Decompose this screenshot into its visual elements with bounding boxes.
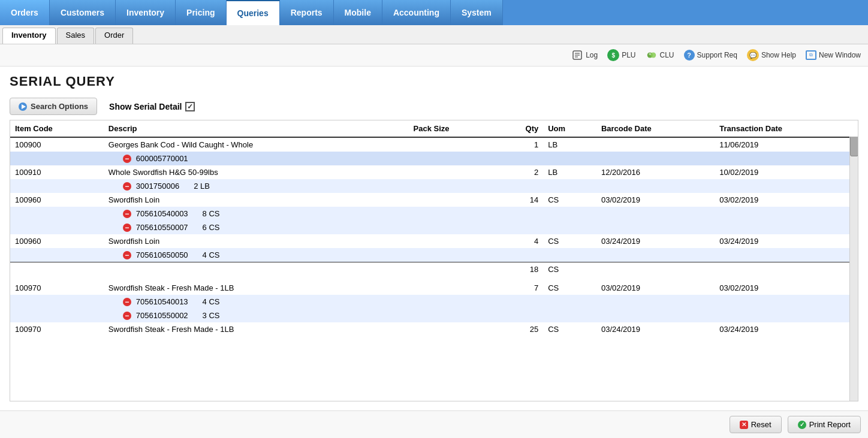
detail-qty: 8 CS: [203, 209, 220, 218]
barcode-value: 600005770001: [136, 154, 188, 163]
cell-descrip: Swordfish Loin: [104, 234, 409, 248]
minus-icon[interactable]: [123, 182, 131, 191]
detail-cell-filler: [499, 220, 858, 234]
cell-descrip: Whole Swordfish H&G 50-99lbs: [104, 165, 409, 179]
detail-row: 705610650050 4 CS: [10, 248, 858, 262]
minus-icon[interactable]: [123, 155, 131, 163]
cell-uom: LB: [543, 165, 596, 179]
detail-cell-filler: [499, 309, 858, 322]
table-row[interactable]: 100970Swordfish Steak - Fresh Made - 1LB…: [10, 322, 858, 336]
col-barcode-date: Barcode Date: [596, 120, 715, 137]
col-qty: Qty: [499, 120, 543, 137]
detail-cell-barcode: 705610650050 4 CS: [104, 248, 499, 262]
log-button[interactable]: Log: [571, 49, 598, 61]
minus-icon[interactable]: [123, 251, 131, 259]
table-row[interactable]: 100970Swordfish Steak - Fresh Made - 1LB…: [10, 281, 858, 295]
barcode-value: 705610550007: [136, 223, 188, 232]
play-icon: [19, 102, 27, 111]
minus-icon[interactable]: [123, 312, 131, 320]
table-row[interactable]: 100960Swordfish Loin14CS03/02/201903/02/…: [10, 193, 858, 207]
cell-barcode-date: 12/20/2016: [596, 165, 715, 179]
cell-qty: 14: [499, 193, 543, 207]
table-row[interactable]: 100910Whole Swordfish H&G 50-99lbs2LB12/…: [10, 165, 858, 179]
tab-queries[interactable]: Queries: [227, 0, 280, 25]
plu-button[interactable]: $ PLU: [607, 49, 635, 61]
cell-descrip: Swordfish Steak - Fresh Made - 1LB: [104, 322, 409, 336]
tab-inventory-second[interactable]: Inventory: [2, 28, 56, 44]
cell-descrip: Swordfish Steak - Fresh Made - 1LB: [104, 281, 409, 295]
cell-uom: CS: [543, 234, 596, 248]
table-row[interactable]: 100960Swordfish Loin4CS03/24/201903/24/2…: [10, 234, 858, 248]
detail-cell-barcode: 600005770001: [104, 152, 499, 165]
detail-qty: 4 CS: [203, 297, 220, 306]
tab-accounting[interactable]: Accounting: [382, 0, 451, 25]
minus-icon[interactable]: [123, 223, 131, 232]
reset-button[interactable]: ✕ Reset: [730, 416, 782, 433]
cell-pack-size: [409, 137, 499, 152]
table-row[interactable]: 100900Georges Bank Cod - Wild Caught - W…: [10, 137, 858, 152]
tab-pricing[interactable]: Pricing: [176, 0, 226, 25]
show-serial-text: Show Serial Detail: [109, 102, 182, 111]
help-icon: 💬: [747, 49, 759, 61]
subtotal-uom: CS: [543, 262, 596, 277]
scrollbar-track[interactable]: [849, 120, 858, 401]
print-report-button[interactable]: ✓ Print Report: [788, 416, 861, 433]
col-descrip: Descrip: [104, 120, 409, 137]
cell-barcode-date: 03/02/2019: [596, 281, 715, 295]
cell-qty: 1: [499, 137, 543, 152]
reset-label: Reset: [751, 420, 771, 429]
detail-cell-filler: [499, 248, 858, 262]
tab-reports[interactable]: Reports: [280, 0, 334, 25]
detail-cell-filler: [499, 152, 858, 165]
detail-qty: 3 CS: [203, 311, 220, 320]
cell-transaction-date: 03/24/2019: [715, 322, 858, 336]
barcode-value: 705610650050: [136, 250, 188, 259]
clu-button[interactable]: CLU: [646, 49, 674, 61]
cell-uom: CS: [543, 193, 596, 207]
page-header: SERIAL QUERY: [0, 67, 868, 93]
detail-cell-empty: [10, 207, 104, 220]
tab-inventory[interactable]: Inventory: [116, 0, 176, 25]
minus-icon[interactable]: [123, 210, 131, 218]
print-label: Print Report: [809, 420, 851, 429]
support-button[interactable]: ? Support Req: [684, 50, 737, 61]
detail-qty: 6 CS: [203, 223, 220, 232]
cell-descrip: Georges Bank Cod - Wild Caught - Whole: [104, 137, 409, 152]
barcode-value: 705610540003: [136, 209, 188, 218]
tab-mobile[interactable]: Mobile: [334, 0, 382, 25]
svg-point-6: [649, 53, 651, 55]
controls-row: Search Options Show Serial Detail: [10, 93, 858, 120]
tab-order[interactable]: Order: [95, 28, 133, 44]
detail-cell-barcode: 705610550007 6 CS: [104, 220, 499, 234]
detail-cell-barcode: 705610540003 8 CS: [104, 207, 499, 220]
minus-icon[interactable]: [123, 298, 131, 306]
cell-uom: CS: [543, 322, 596, 336]
search-options-button[interactable]: Search Options: [10, 98, 97, 115]
clu-icon: [646, 49, 658, 61]
col-item-code: Item Code: [10, 120, 104, 137]
tab-customers[interactable]: Customers: [50, 0, 116, 25]
new-window-label: New Window: [819, 51, 861, 59]
tab-system[interactable]: System: [451, 0, 503, 25]
cell-qty: 25: [499, 322, 543, 336]
cell-item-code: 100960: [10, 193, 104, 207]
top-nav: Orders Customers Inventory Pricing Queri…: [0, 0, 868, 25]
cell-barcode-date: 03/24/2019: [596, 234, 715, 248]
subtotal-qty: 18: [499, 262, 543, 277]
cell-barcode-date: 03/24/2019: [596, 322, 715, 336]
detail-row: 3001750006 2 LB: [10, 179, 858, 193]
detail-cell-empty: [10, 295, 104, 309]
detail-cell-barcode: 705610540013 4 CS: [104, 295, 499, 309]
cell-item-code: 100970: [10, 322, 104, 336]
detail-row: 705610550007 6 CS: [10, 220, 858, 234]
new-window-icon: ⧉: [806, 50, 816, 60]
tab-sales[interactable]: Sales: [57, 28, 95, 44]
cell-pack-size: [409, 165, 499, 179]
search-options-label: Search Options: [31, 102, 88, 111]
show-serial-detail-label: Show Serial Detail: [109, 102, 195, 111]
table-header-row: Item Code Descrip Pack Size Qty Uom Barc…: [10, 120, 858, 137]
show-serial-checkbox[interactable]: [185, 102, 195, 111]
new-window-button[interactable]: ⧉ New Window: [806, 50, 861, 60]
tab-orders[interactable]: Orders: [0, 0, 50, 25]
help-button[interactable]: 💬 Show Help: [747, 49, 796, 61]
